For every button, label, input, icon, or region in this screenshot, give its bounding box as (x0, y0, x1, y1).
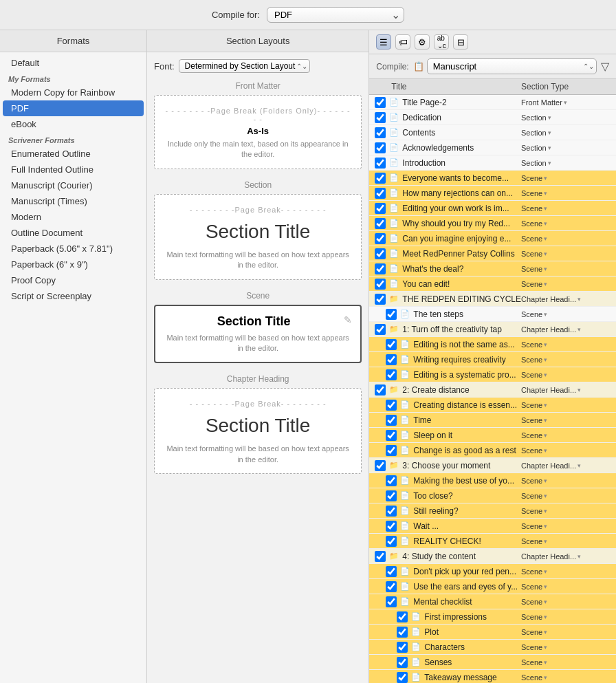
row-checkbox-how-many[interactable] (375, 188, 386, 199)
row-section-cell[interactable]: Scene ▾ (521, 265, 610, 273)
format-item-modern[interactable]: Modern (0, 209, 146, 225)
row-checkbox-creating-distance[interactable] (386, 400, 397, 411)
format-item-pdf[interactable]: PDF (3, 100, 144, 116)
compile-for-wrapper[interactable]: PDF ePub Word (.docx) RTF ⌄ (267, 7, 404, 23)
row-section-cell[interactable]: Scene ▾ (521, 416, 610, 424)
row-checkbox-create-distance[interactable] (375, 384, 386, 395)
row-checkbox-contents[interactable] (375, 127, 386, 138)
row-checkbox-choose-moment[interactable] (375, 460, 386, 471)
row-checkbox-characters[interactable] (397, 642, 408, 653)
row-checkbox-redpen-cycle[interactable] (375, 294, 386, 305)
format-item-manuscript-courier[interactable]: Manuscript (Courier) (0, 177, 146, 193)
format-item-default[interactable]: Default (0, 55, 146, 71)
list-view-button[interactable]: ☰ (376, 34, 391, 50)
row-section-cell[interactable]: Front Matter ▾ (521, 98, 610, 107)
row-section-cell[interactable]: Scene ▾ (521, 371, 610, 379)
row-checkbox-making-best[interactable] (386, 475, 397, 486)
row-checkbox-whats-deal[interactable] (375, 263, 386, 274)
row-section-cell[interactable]: Scene ▾ (521, 189, 610, 197)
row-section-cell[interactable]: Chapter Headi... ▾ (521, 295, 610, 303)
row-section-cell[interactable]: Scene ▾ (521, 204, 610, 213)
row-section-cell[interactable]: Scene ▾ (521, 219, 610, 228)
row-section-cell[interactable]: Scene ▾ (521, 673, 610, 682)
row-section-cell[interactable]: Chapter Headi... ▾ (521, 552, 610, 561)
format-item-script-screenplay[interactable]: Script or Screenplay (0, 288, 146, 304)
row-checkbox-editing-systematic[interactable] (386, 369, 397, 380)
row-checkbox-ten-steps[interactable] (386, 309, 397, 320)
row-section-cell[interactable]: Section ▾ (521, 159, 610, 167)
row-checkbox-turn-off[interactable] (375, 324, 386, 335)
row-checkbox-change-good-rest[interactable] (386, 445, 397, 456)
format-item-modern-copy-rainbow[interactable]: Modern Copy for Rainbow (0, 85, 146, 100)
row-checkbox-introduction[interactable] (375, 158, 386, 169)
row-section-cell[interactable]: Scene ▾ (521, 356, 610, 364)
format-item-proof-copy[interactable]: Proof Copy (0, 272, 146, 288)
row-checkbox-time[interactable] (386, 415, 397, 426)
row-section-cell[interactable]: Scene ▾ (521, 235, 610, 243)
row-section-cell[interactable]: Scene ▾ (521, 310, 610, 318)
compile-for-select[interactable]: PDF ePub Word (.docx) RTF (267, 7, 404, 23)
compile-manuscript-wrapper[interactable]: 📋 Manuscript ⌃⌄ (413, 58, 597, 74)
row-checkbox-meet-redpenner[interactable] (375, 248, 386, 259)
row-checkbox-wait[interactable] (386, 521, 397, 532)
row-checkbox-senses[interactable] (397, 657, 408, 668)
tag-view-button[interactable]: 🏷 (395, 34, 410, 50)
filter-icon[interactable]: ▽ (601, 60, 609, 73)
row-section-cell[interactable]: Chapter Headi... ▾ (521, 462, 610, 470)
row-checkbox-why-should[interactable] (375, 218, 386, 229)
row-checkbox-dont-pick[interactable] (386, 566, 397, 577)
row-section-cell[interactable]: Scene ▾ (521, 174, 610, 182)
format-item-full-indented-outline[interactable]: Full Indented Outline (0, 162, 146, 177)
row-checkbox-first-impressions[interactable] (397, 611, 408, 622)
row-checkbox-everyone-wants[interactable] (375, 173, 386, 184)
row-section-cell[interactable]: Scene ▾ (521, 401, 610, 409)
row-section-cell[interactable]: Scene ▾ (521, 658, 610, 666)
row-checkbox-too-close[interactable] (386, 490, 397, 501)
row-section-cell[interactable]: Scene ▾ (521, 628, 610, 636)
format-item-paperback-6x9[interactable]: Paperback (6" x 9") (0, 257, 146, 272)
row-checkbox-still-reeling[interactable] (386, 506, 397, 517)
row-section-cell[interactable]: Scene ▾ (521, 598, 610, 606)
scene-edit-icon[interactable]: ✎ (344, 314, 352, 325)
row-checkbox-sleep-on-it[interactable] (386, 430, 397, 441)
row-section-cell[interactable]: Scene ▾ (521, 537, 610, 545)
row-checkbox-dedication[interactable] (375, 112, 386, 123)
format-item-enumerated-outline[interactable]: Enumerated Outline (0, 146, 146, 162)
chapter-heading-box[interactable]: - - - - - - - -Page Break- - - - - - - -… (154, 388, 362, 474)
font-view-button[interactable]: ab⌄c (434, 34, 449, 50)
row-section-cell[interactable]: Scene ▾ (521, 280, 610, 288)
row-checkbox-editing-not-same[interactable] (386, 339, 397, 350)
row-section-cell[interactable]: Scene ▾ (521, 477, 610, 485)
row-checkbox-use-ears[interactable] (386, 581, 397, 592)
format-item-manuscript-times[interactable]: Manuscript (Times) (0, 193, 146, 209)
row-section-cell[interactable]: Scene ▾ (521, 522, 610, 530)
front-matter-box[interactable]: - - - - - - - -Page Break (Folders Only)… (154, 95, 362, 169)
font-select-wrapper[interactable]: Determined by Section Layout ⌃⌄ (179, 59, 310, 73)
format-item-outline-document[interactable]: Outline Document (0, 225, 146, 241)
format-item-ebook[interactable]: eBook (0, 116, 146, 132)
section-box[interactable]: - - - - - - - -Page Break- - - - - - - -… (154, 194, 362, 280)
row-section-cell[interactable]: Scene ▾ (521, 446, 610, 455)
row-section-cell[interactable]: Scene ▾ (521, 583, 610, 591)
row-checkbox-study-content[interactable] (375, 551, 386, 562)
row-section-cell[interactable]: Scene ▾ (521, 431, 610, 440)
font-select[interactable]: Determined by Section Layout (179, 59, 310, 73)
row-section-cell[interactable]: Scene ▾ (521, 567, 610, 576)
settings-view-button[interactable]: ⚙ (415, 34, 430, 50)
row-checkbox-title-page-2[interactable] (375, 97, 386, 108)
row-section-cell[interactable]: Scene ▾ (521, 613, 610, 621)
row-checkbox-can-you[interactable] (375, 233, 386, 244)
image-view-button[interactable]: ⊟ (453, 34, 468, 50)
row-checkbox-writing-creativity[interactable] (386, 354, 397, 365)
row-checkbox-acknowledgements[interactable] (375, 142, 386, 153)
row-checkbox-plot[interactable] (397, 627, 408, 638)
row-checkbox-you-can-edit[interactable] (375, 279, 386, 290)
row-section-cell[interactable]: Scene ▾ (521, 643, 610, 651)
row-section-cell[interactable]: Section ▾ (521, 113, 610, 122)
row-checkbox-reality-check[interactable] (386, 536, 397, 547)
row-section-cell[interactable]: Scene ▾ (521, 507, 610, 515)
row-section-cell[interactable]: Chapter Headi... ▾ (521, 386, 610, 394)
scene-box[interactable]: ✎ Section Title Main text formatting wil… (154, 305, 362, 364)
row-section-cell[interactable]: Chapter Headi... ▾ (521, 325, 610, 334)
row-section-cell[interactable]: Scene ▾ (521, 340, 610, 349)
